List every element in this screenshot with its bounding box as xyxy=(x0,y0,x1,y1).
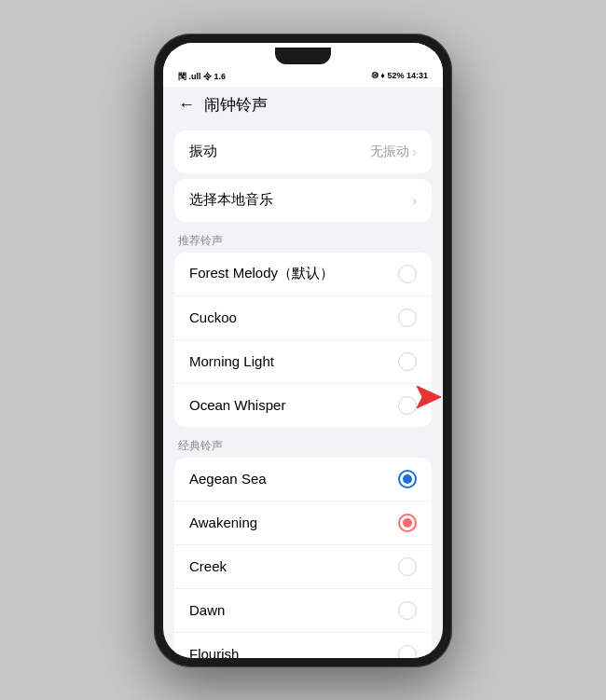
local-music-card: 选择本地音乐 › xyxy=(174,179,432,222)
scroll-content[interactable]: 振动 无振动 › 选择本地音乐 › 推荐铃声 Forest Melody（默认） xyxy=(163,123,443,658)
local-music-row[interactable]: 选择本地音乐 › xyxy=(174,179,432,222)
recommended-header: 推荐铃声 xyxy=(163,227,443,253)
classic-item-label: Creek xyxy=(189,558,227,574)
radio-button[interactable] xyxy=(398,557,417,576)
recommended-card: Forest Melody（默认）CuckooMorning LightOcea… xyxy=(174,253,432,427)
recommended-item-label: Forest Melody（默认） xyxy=(189,265,334,282)
classic-card: Aegean SeaAwakeningCreekDawnFlourishFres… xyxy=(174,458,432,658)
radio-button[interactable] xyxy=(398,265,417,283)
classic-item[interactable]: Creek xyxy=(174,545,432,589)
classic-item[interactable]: Dawn xyxy=(174,589,432,633)
classic-item[interactable]: Awakening xyxy=(174,501,432,545)
classic-item[interactable]: Flourish xyxy=(174,633,432,658)
recommended-item-label: Morning Light xyxy=(189,353,274,369)
vibration-value: 无振动 › xyxy=(370,144,417,160)
classic-item-label: Dawn xyxy=(189,602,225,618)
local-music-chevron: › xyxy=(412,193,417,208)
phone-shell: 閠 .ull 令 1.6 ⑩ ♦ 52% 14:31 ← 闹钟铃声 振动 无振动… xyxy=(154,34,452,667)
recommended-item-label: Ocean Whisper xyxy=(189,397,285,413)
top-bar: ← 闹钟铃声 xyxy=(163,87,443,123)
camera-notch xyxy=(275,48,331,64)
classic-header: 经典铃声 xyxy=(163,432,443,458)
radio-button[interactable] xyxy=(398,514,417,532)
status-bar xyxy=(163,43,443,69)
local-music-label: 选择本地音乐 xyxy=(189,191,273,209)
recommended-item[interactable]: Morning Light xyxy=(174,340,432,384)
vibration-row[interactable]: 振动 无振动 › xyxy=(174,130,432,173)
classic-item-label: Aegean Sea xyxy=(189,471,267,487)
vibration-label: 振动 xyxy=(189,143,217,160)
vibration-chevron: › xyxy=(412,144,417,159)
radio-button[interactable] xyxy=(398,470,417,488)
recommended-item-label: Cuckoo xyxy=(189,309,237,325)
page-title: 闹钟铃声 xyxy=(204,94,268,116)
radio-button[interactable] xyxy=(398,645,417,658)
vibration-card: 振动 无振动 › xyxy=(174,130,432,173)
recommended-item[interactable]: Ocean Whisper xyxy=(174,384,432,427)
phone-screen: 閠 .ull 令 1.6 ⑩ ♦ 52% 14:31 ← 闹钟铃声 振动 无振动… xyxy=(163,43,443,658)
status-left: 閠 .ull 令 1.6 xyxy=(178,71,226,83)
radio-button[interactable] xyxy=(398,396,417,415)
radio-button[interactable] xyxy=(398,601,417,620)
status-right: ⑩ ♦ 52% 14:31 xyxy=(371,71,428,83)
radio-button[interactable] xyxy=(398,352,417,371)
classic-item-label: Awakening xyxy=(189,515,257,530)
back-button[interactable]: ← xyxy=(178,95,195,115)
recommended-item[interactable]: Cuckoo xyxy=(174,296,432,340)
classic-item-label: Flourish xyxy=(189,646,239,658)
radio-button[interactable] xyxy=(398,309,417,327)
recommended-item[interactable]: Forest Melody（默认） xyxy=(174,253,432,296)
classic-item[interactable]: Aegean Sea xyxy=(174,458,432,501)
